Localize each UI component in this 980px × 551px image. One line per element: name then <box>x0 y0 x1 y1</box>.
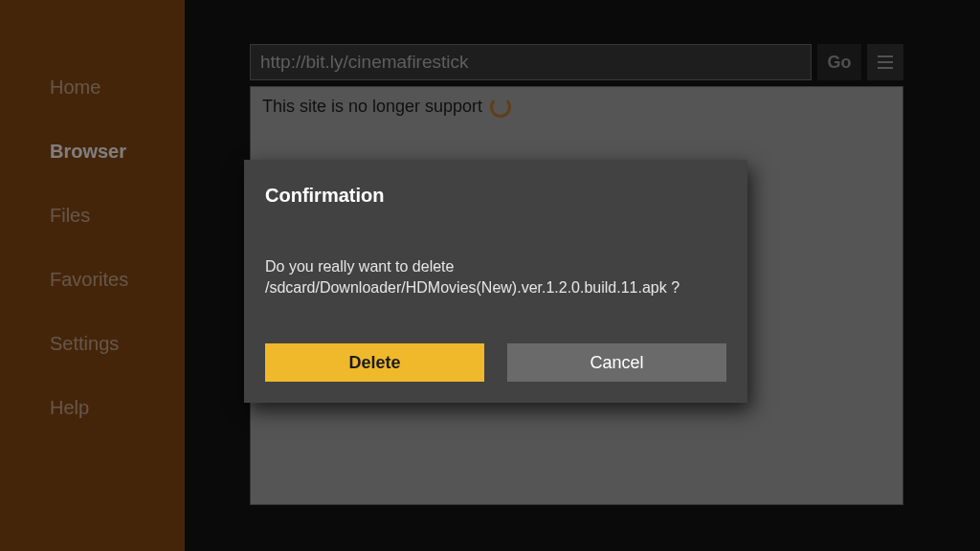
cancel-button[interactable]: Cancel <box>507 343 726 382</box>
confirmation-dialog: Confirmation Do you really want to delet… <box>244 160 747 403</box>
dialog-button-row: Delete Cancel <box>265 343 726 382</box>
dialog-title: Confirmation <box>265 185 726 207</box>
delete-button[interactable]: Delete <box>265 343 484 382</box>
app-root: Home Browser Files Favorites Settings He… <box>0 0 980 551</box>
dialog-message: Do you really want to delete /sdcard/Dow… <box>265 256 726 298</box>
